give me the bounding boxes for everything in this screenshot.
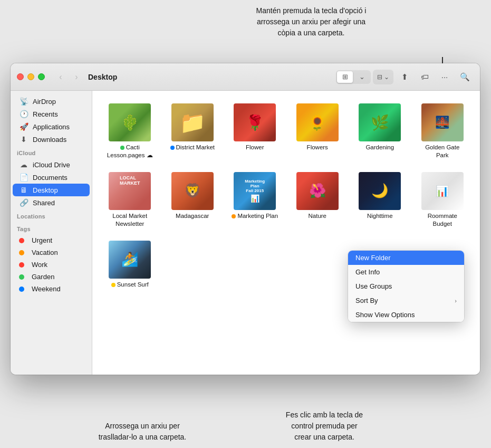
sidebar-tag-urgent[interactable]: Urgent: [13, 234, 90, 246]
district-dot: [170, 146, 175, 150]
search-button[interactable]: 🔍: [456, 70, 474, 84]
context-menu: New Folder Get Info Use Groups Sort By ›…: [348, 251, 464, 322]
shared-icon: 🔗: [19, 198, 28, 207]
file-thumb-newsletter: LOCALMARKET: [109, 172, 151, 210]
airdrop-icon: 📡: [19, 97, 28, 106]
annotation-bottom-left: Arrossega un arxiu pertraslladar-lo a un…: [90, 421, 195, 443]
get-info-label: Get Info: [355, 268, 380, 276]
icon-view-button[interactable]: ⊞: [337, 71, 353, 83]
file-area: 🌵 Cacti Lesson.pages ☁ 📁 District Market: [92, 91, 480, 375]
sidebar-label-shared: Shared: [33, 199, 55, 207]
recents-icon: 🕐: [19, 110, 28, 118]
more-icon: ···: [441, 72, 448, 81]
file-item-nature[interactable]: 🌺 Nature: [288, 168, 347, 232]
file-label-madagascar: Madagascar: [176, 212, 209, 220]
file-item-district-market[interactable]: 📁 District Market: [163, 99, 222, 164]
vacation-tag-label: Vacation: [32, 249, 58, 256]
sidebar-label-airdrop: AirDrop: [33, 98, 56, 106]
sidebar-item-applications[interactable]: 🚀 Applications: [13, 120, 90, 133]
file-thumb-madagascar: 🦁: [171, 172, 214, 210]
icloud-drive-icon: ☁: [19, 160, 28, 169]
file-thumb-sunset: 🏄: [109, 241, 151, 279]
applications-icon: 🚀: [19, 122, 28, 131]
sidebar-tag-garden[interactable]: Garden: [13, 271, 90, 283]
nav-buttons: ‹ ›: [53, 70, 84, 84]
close-button[interactable]: [17, 73, 24, 80]
sort-by-chevron: ›: [455, 298, 457, 304]
icloud-section-label: iCloud: [11, 146, 92, 158]
tag-icon: 🏷: [421, 72, 429, 81]
sidebar: 📡 AirDrop 🕐 Recents 🚀 Applications ⬇ Dow…: [11, 91, 92, 375]
more-button[interactable]: ···: [436, 70, 454, 84]
desktop-icon: 🖥: [19, 186, 28, 194]
file-item-flowers[interactable]: 🌻 Flowers: [288, 99, 347, 164]
context-menu-new-folder[interactable]: New Folder: [348, 251, 464, 265]
file-label-flowers: Flowers: [307, 144, 328, 151]
urgent-tag-dot: [19, 238, 24, 243]
file-item-goldengate[interactable]: 🌉 Golden Gate Park: [413, 99, 472, 164]
group-label: ⌄: [384, 73, 389, 81]
sidebar-item-airdrop[interactable]: 📡 AirDrop: [13, 95, 90, 108]
sidebar-item-recents[interactable]: 🕐 Recents: [13, 108, 90, 120]
sidebar-item-desktop[interactable]: 🖥 Desktop: [13, 184, 90, 196]
context-menu-get-info[interactable]: Get Info: [348, 265, 464, 279]
minimize-button[interactable]: [27, 73, 34, 80]
annotation-top: Mantén premuda la tecla d'opció iarrosse…: [222, 5, 401, 39]
file-thumb-flowers: 🌻: [296, 103, 339, 141]
file-label-roommate: Roommate Budget: [419, 212, 466, 228]
file-thumb-cacti: 🌵: [109, 103, 151, 141]
sidebar-label-applications: Applications: [33, 123, 70, 131]
file-item-newsletter[interactable]: LOCALMARKET Local Market Newsletter: [101, 168, 159, 232]
sidebar-item-documents[interactable]: 📄 Documents: [13, 171, 90, 184]
file-thumb-district-market: 📁: [171, 103, 214, 141]
file-label-newsletter: Local Market Newsletter: [106, 212, 153, 228]
window-title: Desktop: [88, 73, 332, 81]
group-button[interactable]: ⊟ ⌄: [373, 70, 393, 84]
new-folder-label: New Folder: [355, 254, 390, 262]
share-icon: ⬆: [401, 72, 408, 82]
tag-button[interactable]: 🏷: [416, 70, 434, 84]
sidebar-tag-weekend[interactable]: Weekend: [13, 283, 90, 295]
search-icon: 🔍: [460, 72, 470, 82]
maximize-button[interactable]: [38, 73, 45, 80]
forward-button[interactable]: ›: [69, 70, 84, 84]
file-item-marketing[interactable]: MarketingPlanFall 2015 📊 Marketing Plan: [226, 168, 284, 232]
show-view-options-label: Show View Options: [355, 311, 415, 319]
sunset-dot: [111, 283, 115, 287]
file-thumb-marketing: MarketingPlanFall 2015 📊: [234, 172, 276, 210]
sidebar-item-icloud-drive[interactable]: ☁ iCloud Drive: [13, 158, 90, 171]
titlebar: ‹ › Desktop ⊞ ⌄ ⊟ ⌄ ⬆ 🏷 ··· 🔍: [11, 63, 480, 91]
file-item-cacti[interactable]: 🌵 Cacti Lesson.pages ☁: [101, 99, 159, 164]
context-menu-sort-by[interactable]: Sort By ›: [348, 293, 464, 308]
file-thumb-goldengate: 🌉: [421, 103, 464, 141]
sidebar-tag-vacation[interactable]: Vacation: [13, 246, 90, 259]
file-label-gardening: Gardening: [365, 144, 394, 151]
file-item-madagascar[interactable]: 🦁 Madagascar: [163, 168, 222, 232]
garden-tag-label: Garden: [32, 273, 54, 281]
file-label-nature: Nature: [308, 212, 326, 220]
view-options-button[interactable]: ⌄: [354, 71, 370, 83]
sidebar-item-downloads[interactable]: ⬇ Downloads: [13, 133, 90, 146]
use-groups-label: Use Groups: [355, 282, 392, 290]
garden-tag-dot: [19, 274, 24, 280]
file-item-roommate[interactable]: 📊 Roommate Budget: [413, 168, 472, 232]
weekend-tag-label: Weekend: [32, 285, 61, 293]
sidebar-tag-work[interactable]: Work: [13, 259, 90, 271]
file-item-sunset[interactable]: 🏄 Sunset Surf: [101, 236, 159, 293]
share-button[interactable]: ⬆: [396, 70, 413, 84]
file-item-nighttime[interactable]: 🌙 Nighttime: [351, 168, 409, 232]
file-label-sunset: Sunset Surf: [111, 281, 149, 289]
back-button[interactable]: ‹: [53, 70, 68, 84]
finder-window: ‹ › Desktop ⊞ ⌄ ⊟ ⌄ ⬆ 🏷 ··· 🔍: [11, 63, 480, 375]
urgent-tag-label: Urgent: [32, 236, 52, 244]
file-item-gardening[interactable]: 🌿 Gardening: [351, 99, 409, 164]
file-thumb-nighttime: 🌙: [359, 172, 401, 210]
vacation-tag-dot: [19, 250, 24, 255]
sidebar-item-shared[interactable]: 🔗 Shared: [13, 196, 90, 209]
locations-label: Locations: [11, 209, 92, 222]
context-menu-show-view-options[interactable]: Show View Options: [348, 308, 464, 322]
file-thumb-nature: 🌺: [296, 172, 339, 210]
context-menu-use-groups[interactable]: Use Groups: [348, 279, 464, 293]
file-item-flower[interactable]: 🌹 Flower: [226, 99, 284, 164]
downloads-icon: ⬇: [19, 135, 28, 144]
